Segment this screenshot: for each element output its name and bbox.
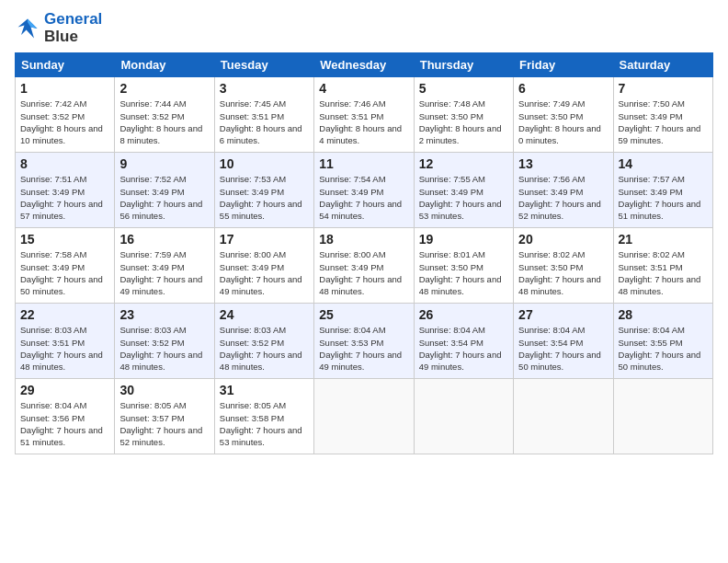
day-number: 3 (220, 81, 309, 96)
calendar-header-wednesday: Wednesday (314, 53, 414, 77)
day-detail: Sunrise: 7:54 AM Sunset: 3:49 PM Dayligh… (319, 173, 408, 222)
day-number: 14 (619, 156, 708, 171)
calendar-cell: 8 Sunrise: 7:51 AM Sunset: 3:49 PM Dayli… (16, 153, 115, 228)
day-detail: Sunrise: 7:49 AM Sunset: 3:50 PM Dayligh… (518, 98, 608, 146)
logo: General Blue (15, 11, 102, 45)
day-detail: Sunrise: 8:02 AM Sunset: 3:50 PM Dayligh… (518, 248, 608, 297)
calendar-cell: 21 Sunrise: 8:02 AM Sunset: 3:51 PM Dayl… (613, 228, 712, 304)
calendar-cell: 15 Sunrise: 7:58 AM Sunset: 3:49 PM Dayl… (16, 228, 115, 304)
day-detail: Sunrise: 7:44 AM Sunset: 3:52 PM Dayligh… (119, 98, 209, 146)
calendar-cell: 10 Sunrise: 7:53 AM Sunset: 3:49 PM Dayl… (214, 153, 313, 228)
logo-icon (15, 16, 40, 41)
calendar-cell: 20 Sunrise: 8:02 AM Sunset: 3:50 PM Dayl… (514, 228, 613, 304)
calendar-week-1: 1 Sunrise: 7:42 AM Sunset: 3:52 PM Dayli… (16, 77, 713, 153)
day-number: 15 (20, 232, 109, 247)
day-number: 22 (20, 307, 109, 322)
day-detail: Sunrise: 8:00 AM Sunset: 3:49 PM Dayligh… (319, 248, 408, 297)
day-detail: Sunrise: 8:04 AM Sunset: 3:54 PM Dayligh… (518, 324, 608, 373)
day-number: 26 (419, 307, 508, 322)
calendar-header-friday: Friday (514, 53, 613, 77)
calendar-cell: 18 Sunrise: 8:00 AM Sunset: 3:49 PM Dayl… (314, 228, 414, 304)
day-detail: Sunrise: 8:05 AM Sunset: 3:58 PM Dayligh… (220, 399, 309, 448)
calendar-cell: 17 Sunrise: 8:00 AM Sunset: 3:49 PM Dayl… (214, 228, 313, 304)
day-number: 9 (119, 156, 209, 171)
day-number: 31 (220, 383, 309, 397)
day-detail: Sunrise: 8:01 AM Sunset: 3:50 PM Dayligh… (419, 248, 508, 297)
day-detail: Sunrise: 7:57 AM Sunset: 3:49 PM Dayligh… (619, 173, 708, 222)
day-detail: Sunrise: 8:02 AM Sunset: 3:51 PM Dayligh… (619, 248, 708, 297)
calendar-cell: 24 Sunrise: 8:03 AM Sunset: 3:52 PM Dayl… (214, 304, 313, 379)
day-number: 29 (20, 383, 109, 397)
day-number: 20 (518, 232, 608, 247)
day-number: 11 (319, 156, 408, 171)
day-number: 6 (518, 81, 608, 96)
day-number: 1 (20, 81, 109, 96)
calendar-header-monday: Monday (115, 53, 214, 77)
day-detail: Sunrise: 7:59 AM Sunset: 3:49 PM Dayligh… (119, 248, 209, 297)
day-number: 25 (319, 307, 408, 322)
calendar-cell: 13 Sunrise: 7:56 AM Sunset: 3:49 PM Dayl… (514, 153, 613, 228)
calendar-header-tuesday: Tuesday (214, 53, 313, 77)
calendar-cell: 31 Sunrise: 8:05 AM Sunset: 3:58 PM Dayl… (214, 379, 313, 454)
calendar-cell: 6 Sunrise: 7:49 AM Sunset: 3:50 PM Dayli… (514, 77, 613, 153)
header: General Blue (15, 11, 713, 45)
calendar-cell: 7 Sunrise: 7:50 AM Sunset: 3:49 PM Dayli… (613, 77, 712, 153)
calendar-header-sunday: Sunday (16, 53, 115, 77)
calendar-cell (514, 379, 613, 454)
day-detail: Sunrise: 7:58 AM Sunset: 3:49 PM Dayligh… (20, 248, 109, 297)
day-number: 21 (619, 232, 708, 247)
calendar-cell: 12 Sunrise: 7:55 AM Sunset: 3:49 PM Dayl… (414, 153, 513, 228)
day-detail: Sunrise: 8:04 AM Sunset: 3:56 PM Dayligh… (20, 399, 109, 448)
calendar-cell: 28 Sunrise: 8:04 AM Sunset: 3:55 PM Dayl… (613, 304, 712, 379)
day-number: 19 (419, 232, 508, 247)
day-detail: Sunrise: 7:51 AM Sunset: 3:49 PM Dayligh… (20, 173, 109, 222)
calendar-cell: 11 Sunrise: 7:54 AM Sunset: 3:49 PM Dayl… (314, 153, 414, 228)
calendar-cell: 2 Sunrise: 7:44 AM Sunset: 3:52 PM Dayli… (115, 77, 214, 153)
day-number: 10 (220, 156, 309, 171)
day-detail: Sunrise: 7:52 AM Sunset: 3:49 PM Dayligh… (119, 173, 209, 222)
day-number: 12 (419, 156, 508, 171)
day-detail: Sunrise: 8:03 AM Sunset: 3:52 PM Dayligh… (119, 324, 209, 373)
calendar-cell: 22 Sunrise: 8:03 AM Sunset: 3:51 PM Dayl… (16, 304, 115, 379)
day-detail: Sunrise: 7:48 AM Sunset: 3:50 PM Dayligh… (419, 98, 508, 146)
day-detail: Sunrise: 7:45 AM Sunset: 3:51 PM Dayligh… (220, 98, 309, 146)
calendar: SundayMondayTuesdayWednesdayThursdayFrid… (15, 52, 713, 454)
day-number: 27 (518, 307, 608, 322)
calendar-week-2: 8 Sunrise: 7:51 AM Sunset: 3:49 PM Dayli… (16, 153, 713, 228)
day-number: 7 (619, 81, 708, 96)
calendar-cell: 23 Sunrise: 8:03 AM Sunset: 3:52 PM Dayl… (115, 304, 214, 379)
day-detail: Sunrise: 8:00 AM Sunset: 3:49 PM Dayligh… (220, 248, 309, 297)
day-detail: Sunrise: 7:46 AM Sunset: 3:51 PM Dayligh… (319, 98, 408, 146)
day-number: 24 (220, 307, 309, 322)
calendar-header-row: SundayMondayTuesdayWednesdayThursdayFrid… (16, 53, 713, 77)
calendar-cell: 9 Sunrise: 7:52 AM Sunset: 3:49 PM Dayli… (115, 153, 214, 228)
calendar-cell: 29 Sunrise: 8:04 AM Sunset: 3:56 PM Dayl… (16, 379, 115, 454)
calendar-cell: 4 Sunrise: 7:46 AM Sunset: 3:51 PM Dayli… (314, 77, 414, 153)
calendar-cell: 14 Sunrise: 7:57 AM Sunset: 3:49 PM Dayl… (613, 153, 712, 228)
day-number: 13 (518, 156, 608, 171)
day-detail: Sunrise: 7:55 AM Sunset: 3:49 PM Dayligh… (419, 173, 508, 222)
day-number: 18 (319, 232, 408, 247)
calendar-cell: 30 Sunrise: 8:05 AM Sunset: 3:57 PM Dayl… (115, 379, 214, 454)
day-detail: Sunrise: 8:03 AM Sunset: 3:51 PM Dayligh… (20, 324, 109, 373)
day-number: 5 (419, 81, 508, 96)
calendar-cell: 19 Sunrise: 8:01 AM Sunset: 3:50 PM Dayl… (414, 228, 513, 304)
day-detail: Sunrise: 7:56 AM Sunset: 3:49 PM Dayligh… (518, 173, 608, 222)
calendar-cell: 16 Sunrise: 7:59 AM Sunset: 3:49 PM Dayl… (115, 228, 214, 304)
day-number: 2 (119, 81, 209, 96)
day-detail: Sunrise: 7:53 AM Sunset: 3:49 PM Dayligh… (220, 173, 309, 222)
day-detail: Sunrise: 8:04 AM Sunset: 3:54 PM Dayligh… (419, 324, 508, 373)
calendar-week-3: 15 Sunrise: 7:58 AM Sunset: 3:49 PM Dayl… (16, 228, 713, 304)
calendar-cell (613, 379, 712, 454)
calendar-header-saturday: Saturday (613, 53, 712, 77)
day-number: 30 (119, 383, 209, 397)
calendar-cell: 3 Sunrise: 7:45 AM Sunset: 3:51 PM Dayli… (214, 77, 313, 153)
calendar-week-4: 22 Sunrise: 8:03 AM Sunset: 3:51 PM Dayl… (16, 304, 713, 379)
calendar-cell (414, 379, 513, 454)
calendar-body: 1 Sunrise: 7:42 AM Sunset: 3:52 PM Dayli… (16, 77, 713, 454)
calendar-cell: 25 Sunrise: 8:04 AM Sunset: 3:53 PM Dayl… (314, 304, 414, 379)
logo-text: General Blue (44, 11, 102, 45)
day-number: 17 (220, 232, 309, 247)
calendar-cell: 27 Sunrise: 8:04 AM Sunset: 3:54 PM Dayl… (514, 304, 613, 379)
day-detail: Sunrise: 8:05 AM Sunset: 3:57 PM Dayligh… (119, 399, 209, 448)
